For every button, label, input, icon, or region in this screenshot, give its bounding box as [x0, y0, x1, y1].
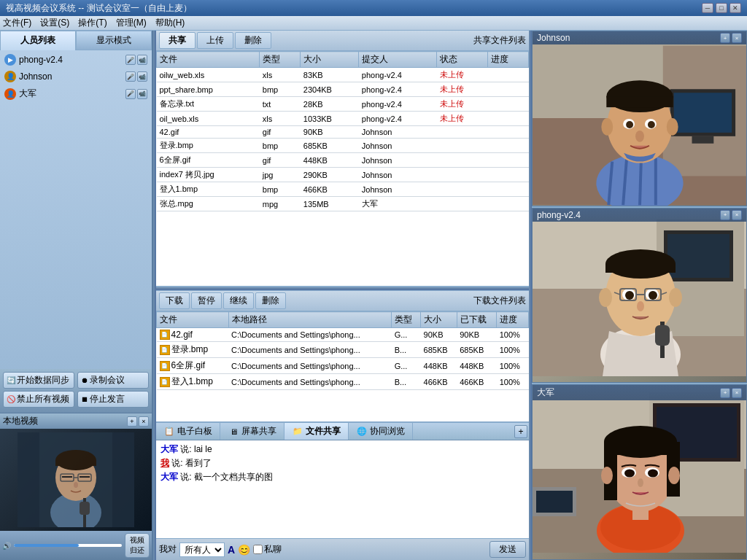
- video-expand-johnson[interactable]: +: [720, 33, 730, 43]
- file-status: 未上传: [437, 112, 488, 126]
- file-submitter: Johnson: [359, 139, 437, 153]
- svg-rect-43: [605, 264, 676, 273]
- list-item[interactable]: ▶ phong-v2.4 🎤 📹: [1, 52, 150, 68]
- tab-whiteboard[interactable]: 📋 电子白板: [156, 423, 220, 440]
- col-header-file: 文件: [157, 52, 260, 68]
- col-header-type: 类型: [260, 52, 301, 68]
- table-row[interactable]: ppt_share.bmp bmp 2304KB phong-v2.4 未上传: [157, 82, 529, 97]
- send-button[interactable]: 发送: [489, 541, 526, 558]
- table-row[interactable]: 📄 登录.bmp C:\Documents and Settings\phong…: [157, 342, 529, 358]
- svg-point-71: [601, 467, 613, 484]
- font-format-button[interactable]: A: [228, 544, 235, 556]
- file-status: [437, 182, 488, 197]
- message-sender: 我: [160, 458, 169, 468]
- file-type: txt: [260, 97, 301, 112]
- dl-downloaded: 685KB: [457, 342, 496, 358]
- svg-point-72: [668, 467, 680, 484]
- video-close-phong[interactable]: ×: [732, 210, 742, 220]
- video-feed-phong: [533, 209, 746, 383]
- table-row[interactable]: 📄 登入1.bmp C:\Documents and Settings\phon…: [157, 374, 529, 390]
- person-action-btn-2[interactable]: 📹: [137, 55, 147, 65]
- screen-icon: 🖥: [228, 427, 239, 437]
- resume-button[interactable]: 继续: [223, 292, 254, 309]
- volume-slider[interactable]: [14, 544, 122, 547]
- person-name: 大军: [19, 88, 125, 100]
- dl-col-path: 本地路径: [228, 312, 392, 328]
- dl-progress: 100%: [497, 342, 529, 358]
- video-close-dajun[interactable]: ×: [732, 388, 742, 398]
- file-submitter: Johnson: [359, 168, 437, 182]
- delete-dl-button[interactable]: 删除: [255, 292, 286, 309]
- table-row[interactable]: 张总.mpg mpg 135MB 大军: [157, 197, 529, 211]
- file-type: mpg: [260, 197, 301, 211]
- table-row[interactable]: oilw_web.xls xls 83KB phong-v2.4 未上传: [157, 68, 529, 82]
- table-row[interactable]: 登录.bmp bmp 685KB Johnson: [157, 139, 529, 153]
- tab-people-list[interactable]: 人员列表: [0, 31, 76, 50]
- download-button[interactable]: 下载: [159, 292, 190, 309]
- start-sync-button[interactable]: 🔄 开始数据同步: [3, 372, 74, 389]
- person-action-btn-1[interactable]: 🎤: [125, 55, 136, 65]
- table-row[interactable]: index7 拷贝.jpg jpg 290KB Johnson: [157, 168, 529, 182]
- left-panel: 人员列表 显示模式 ▶ phong-v2.4 🎤 📹 👤 Johnson 🎤 �: [0, 31, 153, 560]
- table-row[interactable]: 登入1.bmp bmp 466KB Johnson: [157, 182, 529, 197]
- minimize-button[interactable]: ─: [702, 3, 713, 13]
- local-video-btn-2[interactable]: ×: [139, 416, 149, 427]
- person-action-btn-1[interactable]: 🎤: [125, 71, 136, 82]
- col-header-status: 状态: [437, 52, 488, 68]
- video-expand-dajun[interactable]: +: [720, 388, 730, 398]
- tab-screen-share[interactable]: 🖥 屏幕共享: [220, 423, 285, 440]
- record-meeting-button[interactable]: ⏺ 录制会议: [77, 372, 149, 389]
- private-chat-checkbox[interactable]: 私聊: [253, 543, 282, 556]
- file-progress: [487, 139, 528, 153]
- chat-section: 📋 电子白板 🖥 屏幕共享 📁 文件共享 🌐 协同浏览 +: [156, 421, 529, 560]
- tab-file-share[interactable]: 📁 文件共享: [285, 423, 349, 440]
- menu-operate[interactable]: 操作(T): [78, 17, 107, 29]
- stop-speak-button[interactable]: ⏹ 停止发言: [77, 391, 149, 408]
- local-video-btn-1[interactable]: +: [127, 416, 137, 427]
- list-item[interactable]: 👤 大军 🎤 📹: [1, 85, 150, 102]
- list-item[interactable]: 👤 Johnson 🎤 📹: [1, 69, 150, 85]
- file-submitter: phong-v2.4: [359, 97, 437, 112]
- svg-point-34: [635, 131, 644, 142]
- chat-to-label: 我对: [159, 543, 177, 556]
- table-row[interactable]: 📄 6全屏.gif C:\Documents and Settings\phon…: [157, 358, 529, 374]
- close-button[interactable]: ✕: [729, 3, 741, 13]
- video-close-johnson[interactable]: ×: [732, 33, 742, 43]
- video-record-button[interactable]: 视频归还: [125, 533, 150, 558]
- right-panel: Johnson + ×: [532, 31, 747, 560]
- maximize-button[interactable]: □: [716, 3, 727, 13]
- person-action-btn-2[interactable]: 📹: [137, 89, 147, 99]
- dl-path: C:\Documents and Settings\phong...: [228, 358, 392, 374]
- table-row[interactable]: oil_web.xls xls 1033KB phong-v2.4 未上传: [157, 112, 529, 126]
- window-controls: ─ □ ✕: [702, 3, 741, 13]
- menu-file[interactable]: 文件(F): [3, 17, 31, 29]
- table-row[interactable]: 📄 42.gif C:\Documents and Settings\phong…: [157, 328, 529, 342]
- emoji-button[interactable]: 😊: [238, 544, 250, 556]
- table-row[interactable]: 42.gif gif 90KB Johnson: [157, 126, 529, 139]
- menu-bar: 文件(F) 设置(S) 操作(T) 管理(M) 帮助(H): [0, 16, 747, 31]
- person-action-btn-1[interactable]: 🎤: [125, 89, 136, 99]
- menu-manage[interactable]: 管理(M): [116, 17, 147, 29]
- menu-help[interactable]: 帮助(H): [155, 17, 185, 29]
- tab-delete[interactable]: 删除: [235, 32, 271, 49]
- tab-share[interactable]: 共享: [159, 32, 196, 49]
- private-chat-input[interactable]: [253, 545, 263, 554]
- tab-display-mode[interactable]: 显示模式: [76, 31, 152, 50]
- person-icon: 👤: [4, 71, 16, 82]
- menu-settings[interactable]: 设置(S): [40, 17, 69, 29]
- svg-point-55: [637, 301, 644, 311]
- person-action-btn-2[interactable]: 📹: [137, 71, 147, 82]
- pause-button[interactable]: 暂停: [191, 292, 222, 309]
- table-row[interactable]: 6全屏.gif gif 448KB Johnson: [157, 153, 529, 168]
- tab-upload[interactable]: 上传: [197, 32, 233, 49]
- disable-all-video-button[interactable]: 🚫 禁止所有视频: [3, 391, 74, 408]
- chat-to-select[interactable]: 所有人: [179, 542, 225, 557]
- tab-co-browse[interactable]: 🌐 协同浏览: [349, 423, 413, 440]
- col-header-size: 大小: [301, 52, 359, 68]
- phong-video-svg: [533, 209, 747, 376]
- add-tab-button[interactable]: +: [514, 425, 527, 438]
- table-row[interactable]: 备忘录.txt txt 28KB phong-v2.4 未上传: [157, 97, 529, 112]
- video-expand-phong[interactable]: +: [720, 210, 730, 220]
- svg-point-76: [648, 470, 658, 478]
- dl-progress: 100%: [497, 358, 529, 374]
